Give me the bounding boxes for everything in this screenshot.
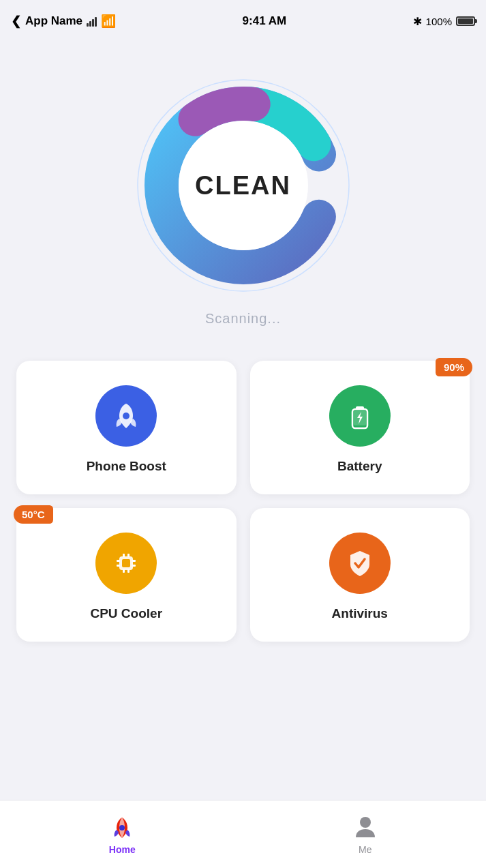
svg-rect-7: [356, 406, 364, 410]
battery-label: Battery: [337, 459, 382, 474]
cpu-cooler-icon-circle: [95, 533, 157, 594]
battery-icon: [344, 400, 376, 432]
nav-item-me[interactable]: Me: [353, 814, 378, 855]
svg-rect-15: [117, 560, 120, 562]
svg-rect-17: [132, 560, 136, 562]
status-bar: ❮ App Name 📶 9:41 AM ✱ 100%: [0, 0, 486, 42]
svg-rect-16: [117, 565, 120, 567]
antivirus-icon-circle: [329, 533, 391, 594]
app-chevron-icon: ❮: [11, 14, 21, 29]
battery-percent: 100%: [426, 16, 452, 27]
svg-rect-13: [123, 569, 125, 573]
svg-rect-18: [132, 565, 136, 567]
card-cpu-cooler[interactable]: 50°C CPU Cooler: [16, 508, 237, 642]
phone-boost-icon-circle: [95, 385, 157, 447]
svg-point-20: [360, 817, 371, 828]
me-person-icon: [353, 814, 378, 841]
home-nav-label: Home: [109, 844, 136, 855]
bottom-nav: Home Me: [0, 800, 486, 868]
card-phone-boost[interactable]: Phone Boost: [16, 361, 237, 494]
status-time: 9:41 AM: [243, 14, 287, 28]
scanning-text: Scanning...: [205, 311, 281, 327]
svg-rect-14: [127, 569, 130, 573]
nav-item-home[interactable]: Home: [108, 814, 136, 855]
cpu-icon: [110, 547, 142, 580]
phone-boost-label: Phone Boost: [87, 459, 166, 474]
battery-status-icon: [456, 16, 475, 26]
status-left: ❮ App Name 📶: [11, 14, 116, 29]
home-rocket-icon: [108, 814, 136, 841]
me-nav-label: Me: [359, 844, 371, 855]
cpu-cooler-badge: 50°C: [14, 505, 53, 524]
wifi-icon: 📶: [101, 14, 116, 29]
svg-rect-10: [122, 559, 130, 567]
rocket-icon: [110, 400, 142, 432]
donut-label: CLEAN: [195, 171, 291, 200]
shield-icon: [344, 547, 376, 580]
donut-chart[interactable]: CLEAN: [134, 76, 352, 295]
status-right: ✱ 100%: [413, 15, 475, 28]
feature-grid: Phone Boost 90% Battery 50°C: [0, 327, 486, 655]
svg-point-5: [123, 413, 130, 419]
cpu-cooler-label: CPU Cooler: [90, 606, 162, 621]
signal-icon: [87, 16, 97, 27]
app-name: App Name: [25, 14, 82, 28]
bluetooth-icon: ✱: [413, 15, 422, 28]
svg-point-19: [119, 825, 125, 830]
card-antivirus[interactable]: Antivirus: [250, 508, 470, 642]
svg-rect-12: [127, 554, 130, 557]
antivirus-label: Antivirus: [332, 606, 388, 621]
battery-badge: 90%: [436, 358, 472, 376]
svg-rect-11: [123, 554, 125, 557]
battery-icon-circle: [329, 385, 391, 447]
main-content: CLEAN Scanning... Phone Boost 90%: [0, 42, 486, 655]
card-battery[interactable]: 90% Battery: [250, 361, 470, 494]
